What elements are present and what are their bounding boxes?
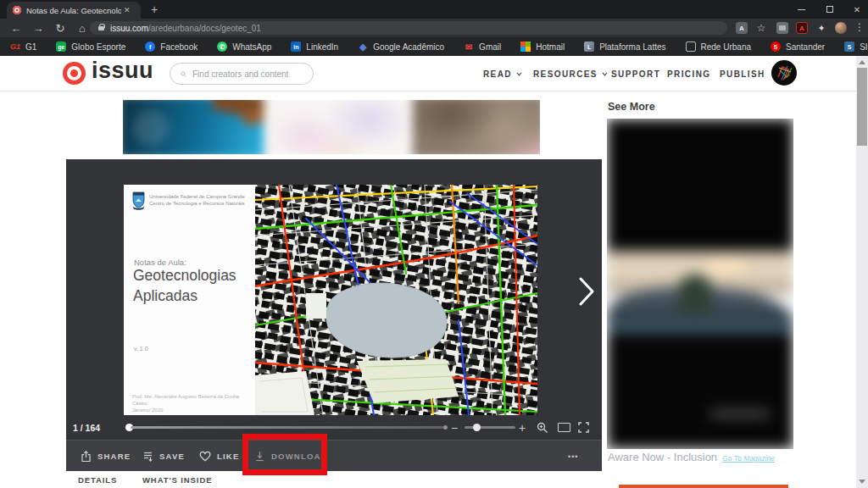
- bookmark-label: Plataforma Lattes: [599, 42, 665, 52]
- scroll-up-icon[interactable]: [859, 60, 865, 64]
- chrome-profile-avatar[interactable]: [835, 22, 847, 34]
- nav-read[interactable]: READ: [483, 56, 522, 92]
- issuu-logo-icon[interactable]: [63, 62, 86, 85]
- santander-icon: S: [771, 42, 781, 52]
- bookmark-linkedin[interactable]: inLinkedIn: [291, 42, 338, 52]
- browser-tabstrip: Notas de Aula: Geotecnologias A ✕ + ✕: [0, 0, 868, 19]
- document-action-bar: SHARE SAVE LIKE DOWNLOAD •••: [66, 440, 602, 471]
- window-minimize-button[interactable]: [788, 0, 814, 19]
- bookmark-gmail[interactable]: ✉Gmail: [464, 42, 501, 52]
- tab-title: Notas de Aula: Geotecnologias A: [26, 6, 121, 15]
- bookmark-globo-esporte[interactable]: geGlobo Esporte: [56, 42, 125, 52]
- fullscreen-icon[interactable]: [575, 415, 592, 440]
- back-icon[interactable]: ←: [7, 19, 25, 37]
- zoom-out-button[interactable]: −: [448, 415, 461, 440]
- banner-ad[interactable]: [123, 100, 540, 154]
- bookmark-label: LinkedIn: [306, 42, 338, 52]
- issuu-favicon: [13, 6, 21, 14]
- linkedin-icon: in: [291, 42, 301, 52]
- maximize-icon: [826, 6, 833, 13]
- google-scholar-icon: ◆: [358, 42, 368, 52]
- user-avatar[interactable]: [771, 60, 797, 86]
- chrome-menu-icon[interactable]: ⋮: [854, 21, 865, 33]
- university-name: Universidade Federal de Campina Grande C…: [149, 191, 245, 210]
- bookmark-label: Santander: [786, 42, 825, 52]
- scrollbar-thumb[interactable]: [857, 68, 867, 146]
- microsoft-icon: [520, 42, 531, 52]
- heart-icon: [199, 451, 211, 462]
- bookmark-google-academico[interactable]: ◆Google Acadêmico: [358, 42, 444, 52]
- save-icon: [142, 451, 153, 463]
- address-bar[interactable]: issuu.com /aredeurbana/docs/geotec_01: [90, 21, 727, 35]
- bookmark-label: Gmail: [479, 42, 501, 52]
- url-path: /aredeurbana/docs/geotec_01: [148, 24, 261, 33]
- bookmark-facebook[interactable]: fFacebook: [145, 42, 198, 52]
- url-host: issuu.com: [110, 24, 148, 33]
- zoom-slider-track[interactable]: [465, 426, 515, 429]
- translate-icon[interactable]: A: [736, 22, 748, 34]
- tab-details[interactable]: DETAILS: [78, 475, 117, 485]
- download-highlight-annotation: [242, 434, 327, 475]
- search-input[interactable]: [192, 69, 303, 79]
- more-options-button[interactable]: •••: [568, 441, 578, 472]
- issuu-header: issuu READ RESOURCES SUPPORT PRICING PUB…: [0, 56, 868, 92]
- scroll-down-icon[interactable]: [859, 480, 865, 484]
- new-tab-button[interactable]: +: [151, 3, 158, 16]
- extension-capture-icon[interactable]: [776, 22, 788, 34]
- cover-map-image: [255, 185, 537, 415]
- document-page[interactable]: Universidade Federal de Campina Grande C…: [124, 185, 537, 415]
- bookmark-rede-urbana[interactable]: Rede Urbana: [686, 42, 751, 52]
- bookmark-hotmail[interactable]: Hotmail: [520, 42, 565, 52]
- cover-version: v. 1.0: [134, 346, 148, 352]
- nav-publish[interactable]: PUBLISH: [720, 56, 765, 92]
- related-publication-thumbnail[interactable]: [607, 119, 793, 449]
- save-button[interactable]: SAVE: [142, 441, 185, 472]
- bookmark-label: SIGAA UFRN: [860, 42, 868, 52]
- lattes-icon: L: [584, 42, 594, 52]
- sidebar-title: See More: [608, 101, 655, 113]
- magnifier-zoom-icon[interactable]: [534, 415, 551, 440]
- bookmark-sigaa-ufrn[interactable]: SSIGAA UFRN: [844, 42, 868, 52]
- reload-icon[interactable]: ↻: [51, 19, 70, 37]
- site-search[interactable]: [170, 63, 314, 85]
- presentation-mode-icon[interactable]: [558, 423, 570, 432]
- bookmark-label: Rede Urbana: [701, 42, 751, 52]
- nav-support[interactable]: SUPPORT: [611, 56, 660, 92]
- nav-resources[interactable]: RESOURCES: [533, 56, 608, 92]
- bookmark-santander[interactable]: SSantander: [771, 42, 825, 52]
- g1-icon: G1: [10, 42, 20, 52]
- globo-esporte-icon: ge: [56, 42, 66, 52]
- rede-urbana-icon: [686, 42, 696, 52]
- avatar-art: [771, 60, 797, 86]
- banner-ad-image: [123, 100, 540, 154]
- zoom-slider-handle[interactable]: [473, 424, 481, 431]
- forward-icon[interactable]: →: [29, 19, 47, 37]
- page-scrollbar[interactable]: [856, 56, 868, 488]
- bookmark-star-icon[interactable]: ☆: [755, 22, 767, 34]
- next-page-icon[interactable]: [576, 276, 597, 307]
- zoom-in-button[interactable]: +: [515, 415, 529, 440]
- go-to-magazine-link[interactable]: Go To Magazine: [722, 454, 775, 463]
- bookmark-plataforma-lattes[interactable]: LPlataforma Lattes: [584, 42, 665, 52]
- bookmark-g1[interactable]: G1G1: [10, 42, 36, 52]
- bookmark-label: WhatsApp: [232, 42, 271, 52]
- bookmark-whatsapp[interactable]: ✆WhatsApp: [217, 42, 271, 52]
- window-close-button[interactable]: ✕: [844, 0, 868, 19]
- cover-author: Prof. Me. Alexandre Augusto Bezerra da C…: [132, 393, 251, 413]
- publication-caption: Aware Now - InclusionGo To Magazine: [608, 451, 775, 463]
- like-button[interactable]: LIKE: [199, 441, 239, 472]
- home-icon[interactable]: ⌂: [73, 19, 92, 37]
- page-slider-track[interactable]: [131, 426, 445, 429]
- share-button[interactable]: SHARE: [81, 441, 131, 472]
- adobe-acrobat-extension-icon[interactable]: A: [796, 22, 808, 34]
- tab-whats-inside[interactable]: WHAT'S INSIDE: [142, 475, 212, 485]
- bookmarks-bar: G1G1 geGlobo Esporte fFacebook ✆WhatsApp…: [0, 37, 868, 56]
- browser-tab[interactable]: Notas de Aula: Geotecnologias A ✕: [7, 2, 141, 19]
- sigaa-icon: S: [844, 42, 854, 52]
- issuu-wordmark[interactable]: issuu: [92, 58, 153, 84]
- tab-close-icon[interactable]: ✕: [124, 6, 131, 14]
- search-icon: [181, 69, 186, 79]
- extension-pin-icon[interactable]: ✦: [815, 22, 827, 34]
- window-maximize-button[interactable]: [817, 0, 843, 19]
- nav-pricing[interactable]: PRICING: [667, 56, 710, 92]
